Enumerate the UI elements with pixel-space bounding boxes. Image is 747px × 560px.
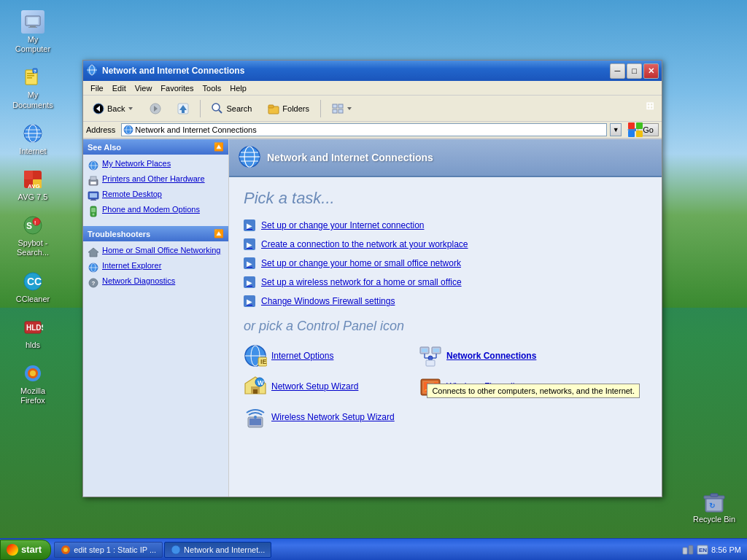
svg-rect-75 bbox=[90, 200, 96, 201]
svg-rect-96 bbox=[422, 349, 427, 352]
svg-point-102 bbox=[428, 356, 433, 360]
pick-task-heading: Pick a task... bbox=[244, 189, 647, 208]
svg-text:!: ! bbox=[34, 220, 36, 225]
internet-options-label: Internet Options bbox=[271, 351, 333, 361]
cp-icon-network-connections[interactable]: Network Connections bbox=[419, 344, 587, 368]
toolbar-sep-1 bbox=[200, 100, 201, 117]
troubleshooters-header[interactable]: Troubleshooters 🔼 bbox=[83, 226, 228, 241]
sidebar-link-home-office[interactable]: Home or Small Office Networking bbox=[88, 244, 224, 260]
search-button[interactable]: Search bbox=[205, 98, 258, 119]
cp-icon-wireless-wizard[interactable]: Wireless Network Setup Wizard bbox=[244, 405, 411, 429]
desktop-icon-label: Spybot - Search... bbox=[10, 238, 55, 257]
taskbar-item-network[interactable]: Network and Internet... bbox=[164, 542, 271, 558]
close-button[interactable]: ✕ bbox=[643, 63, 659, 79]
sidebar-link-ie[interactable]: Internet Explorer bbox=[88, 260, 224, 275]
svg-point-53 bbox=[212, 104, 220, 111]
start-label: start bbox=[21, 544, 42, 555]
start-button[interactable]: start bbox=[0, 540, 51, 560]
desktop-icon-ccleaner[interactable]: CC CCleaner bbox=[7, 267, 58, 307]
svg-rect-121 bbox=[689, 545, 693, 554]
menu-file[interactable]: File bbox=[86, 82, 108, 94]
main-header-icon bbox=[238, 145, 261, 170]
svg-point-118 bbox=[63, 548, 68, 552]
maximize-button[interactable]: □ bbox=[627, 63, 642, 79]
see-also-content: My Network Places Printers and Other Har… bbox=[83, 155, 228, 222]
svg-point-116 bbox=[254, 416, 257, 419]
minimize-button[interactable]: ─ bbox=[610, 63, 625, 79]
network-connections-label: Network Connections bbox=[446, 351, 536, 361]
svg-text:IE: IE bbox=[260, 358, 267, 365]
taskbar: start edit step 1 : Static IP ... Networ… bbox=[0, 538, 747, 560]
wireless-wizard-icon bbox=[244, 405, 267, 429]
taskbar-item-firefox[interactable]: edit step 1 : Static IP ... bbox=[54, 542, 163, 558]
toolbar-sep-2 bbox=[320, 100, 321, 117]
svg-text:CC: CC bbox=[27, 276, 42, 287]
recycle-bin-icon[interactable]: ↻ Recycle Bin bbox=[689, 487, 740, 527]
svg-rect-1 bbox=[28, 18, 38, 24]
desktop-icon-avg[interactable]: AVG AVG 7.5 bbox=[7, 165, 58, 205]
menu-help[interactable]: Help bbox=[225, 82, 251, 94]
task-wireless[interactable]: ▶ Set up a wireless network for a home o… bbox=[244, 276, 647, 288]
svg-rect-40 bbox=[636, 122, 643, 129]
svg-rect-57 bbox=[333, 104, 337, 108]
menu-edit[interactable]: Edit bbox=[108, 82, 131, 94]
svg-marker-79 bbox=[88, 248, 98, 257]
internet-options-icon: IE bbox=[244, 344, 267, 368]
desktop-icon-my-documents[interactable]: ? My Documents bbox=[7, 63, 58, 112]
address-label: Address bbox=[86, 125, 118, 134]
window-controls: ─ □ ✕ bbox=[610, 63, 659, 79]
view-button[interactable] bbox=[325, 98, 359, 119]
desktop-icon-label: CCleaner bbox=[16, 295, 50, 304]
svg-rect-16 bbox=[24, 171, 33, 179]
task-home-office[interactable]: ▶ Set up or change your home or small of… bbox=[244, 257, 647, 269]
svg-rect-7 bbox=[27, 77, 32, 79]
sidebar-link-printers[interactable]: Printers and Other Hardware bbox=[88, 173, 224, 188]
troubleshooters-section: Troubleshooters 🔼 Home or Small Office N… bbox=[83, 226, 228, 293]
menu-view[interactable]: View bbox=[131, 82, 157, 94]
address-input[interactable] bbox=[135, 125, 605, 134]
menu-tools[interactable]: Tools bbox=[198, 82, 226, 94]
menu-favorites[interactable]: Favorites bbox=[156, 82, 198, 94]
folders-button[interactable]: Folders bbox=[261, 98, 316, 119]
desktop-icon-my-computer[interactable]: My Computer bbox=[7, 7, 58, 57]
task-setup-internet[interactable]: ▶ Set up or change your Internet connect… bbox=[244, 219, 647, 231]
svg-rect-103 bbox=[426, 360, 435, 366]
task-arrow-icon: ▶ bbox=[244, 276, 255, 288]
desktop-icon-spybot[interactable]: S! Spybot - Search... bbox=[7, 211, 58, 260]
svg-text:W: W bbox=[258, 379, 264, 386]
sidebar-link-network-diagnostics[interactable]: ? Network Diagnostics bbox=[88, 275, 224, 290]
back-button[interactable]: Back bbox=[86, 98, 140, 119]
clock-display: 8:56 PM bbox=[711, 545, 741, 554]
address-input-wrap bbox=[121, 123, 607, 136]
task-firewall[interactable]: ▶ Change Windows Firewall settings bbox=[244, 295, 647, 307]
task-create-connection[interactable]: ▶ Create a connection to the network at … bbox=[244, 238, 647, 250]
desktop-icon-hlds[interactable]: HLDS hlds bbox=[7, 313, 58, 353]
cp-icon-network-setup[interactable]: W Network Setup Wizard bbox=[244, 375, 411, 398]
main-body: Pick a task... ▶ Set up or change your I… bbox=[229, 177, 662, 440]
svg-rect-2 bbox=[30, 26, 36, 27]
main-panel: Network and Internet Connections Pick a … bbox=[229, 139, 662, 497]
svg-rect-98 bbox=[433, 349, 439, 352]
see-also-header[interactable]: See Also 🔼 bbox=[83, 139, 228, 155]
up-button[interactable] bbox=[171, 98, 196, 119]
forward-button[interactable] bbox=[143, 98, 168, 119]
svg-rect-41 bbox=[628, 131, 635, 137]
svg-rect-59 bbox=[333, 109, 337, 113]
address-dropdown[interactable]: ▼ bbox=[610, 123, 622, 136]
network-connections-tooltip: Connects to other computers, networks, a… bbox=[427, 384, 640, 398]
svg-text:EN: EN bbox=[699, 547, 707, 553]
sidebar-link-remote-desktop[interactable]: Remote Desktop bbox=[88, 188, 224, 203]
svg-text:?: ? bbox=[34, 69, 36, 74]
sidebar-link-my-network-places[interactable]: My Network Places bbox=[88, 158, 224, 173]
svg-rect-106 bbox=[253, 389, 258, 394]
desktop-icon-internet[interactable]: Internet bbox=[7, 119, 58, 159]
desktop-icon-label: My Documents bbox=[10, 90, 55, 109]
desktop-icon-firefox[interactable]: Mozilla Firefox bbox=[7, 359, 58, 408]
svg-text:↻: ↻ bbox=[709, 502, 715, 510]
svg-text:⊞: ⊞ bbox=[646, 100, 654, 112]
svg-rect-33 bbox=[711, 494, 718, 497]
cp-icon-internet-options[interactable]: IE Internet Options bbox=[244, 344, 411, 368]
windows-logo bbox=[7, 544, 18, 556]
svg-rect-70 bbox=[90, 176, 96, 180]
sidebar-link-phone-modem[interactable]: Phone and Modem Options bbox=[88, 203, 224, 219]
